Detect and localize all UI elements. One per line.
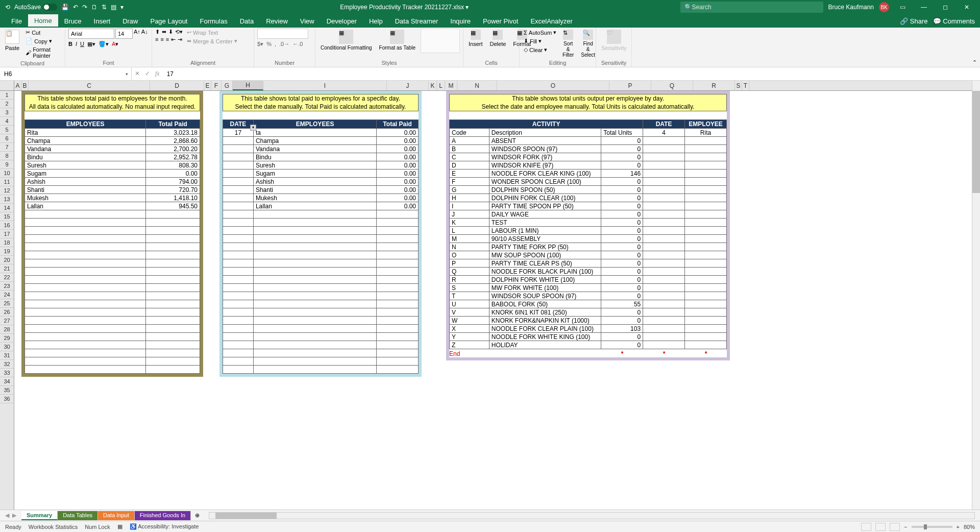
table-cell[interactable]: HOLIDAY: [489, 341, 601, 349]
table-cell[interactable]: [377, 357, 419, 366]
table-cell[interactable]: NOODLE FORK WHITE KING (100): [489, 333, 601, 341]
table-cell[interactable]: [223, 366, 254, 374]
table-cell[interactable]: 0: [601, 202, 643, 210]
table-cell[interactable]: [684, 341, 726, 349]
table-cell[interactable]: [377, 227, 419, 235]
table-cell[interactable]: [684, 227, 726, 235]
table-cell[interactable]: [684, 186, 726, 194]
fill-color-button[interactable]: 🪣▾: [99, 41, 109, 47]
filter-icon[interactable]: ▤: [111, 4, 116, 11]
sheet-tab-data-input[interactable]: Data Input: [98, 511, 135, 520]
table-cell[interactable]: Lallan: [25, 202, 146, 210]
table-cell[interactable]: [643, 292, 685, 300]
row-header[interactable]: 30: [0, 343, 14, 351]
ribbon-tab-page-layout[interactable]: Page Layout: [144, 14, 193, 28]
table-cell[interactable]: [146, 210, 200, 219]
new-file-icon[interactable]: 🗋: [91, 4, 97, 11]
table-cell[interactable]: [684, 276, 726, 284]
table2-date-cell[interactable]: 17: [223, 129, 254, 137]
percent-icon[interactable]: %: [266, 41, 272, 47]
table-cell[interactable]: 2,868.60: [146, 137, 200, 145]
ribbon-tab-formulas[interactable]: Formulas: [193, 14, 233, 28]
col-header[interactable]: H: [233, 81, 263, 90]
row-header[interactable]: 10: [0, 169, 14, 178]
table-cell[interactable]: [643, 170, 685, 178]
table-cell[interactable]: 2,700.20: [146, 145, 200, 153]
table-cell[interactable]: [25, 219, 146, 227]
cells-delete-button[interactable]: ▦Delete: [488, 29, 508, 48]
table-cell[interactable]: [146, 341, 200, 349]
table-cell[interactable]: [223, 276, 254, 284]
table-cell[interactable]: [146, 333, 200, 341]
row-header[interactable]: 4: [0, 117, 14, 126]
table-cell[interactable]: [377, 341, 419, 349]
table-cell[interactable]: [643, 161, 685, 170]
row-header[interactable]: 5: [0, 126, 14, 134]
sensitivity-button[interactable]: 🛡Sensitivity: [599, 29, 629, 52]
table-cell[interactable]: [223, 292, 254, 300]
grid-body[interactable]: ABCDEFGHIJKLMNOPQRST This table shows to…: [14, 81, 972, 510]
table-cell[interactable]: [643, 276, 685, 284]
orientation-icon[interactable]: ⟲▾: [175, 29, 183, 35]
table-cell[interactable]: [253, 219, 376, 227]
ribbon-tab-excelanalyzer[interactable]: ExcelAnalyzer: [524, 14, 578, 28]
table-cell[interactable]: WINDSOR FORK (97): [489, 153, 601, 161]
table-cell[interactable]: NOODLE FORK BLACK PLAIN (100): [489, 268, 601, 276]
table-cell[interactable]: [146, 276, 200, 284]
table-cell[interactable]: 0: [601, 227, 643, 235]
italic-button[interactable]: I: [76, 41, 77, 47]
table-cell[interactable]: W: [450, 317, 489, 325]
table-cell[interactable]: [684, 219, 726, 227]
table-cell[interactable]: [223, 153, 254, 161]
table-cell[interactable]: [25, 300, 146, 308]
table-cell[interactable]: [643, 186, 685, 194]
align-bottom-icon[interactable]: ⬇: [168, 29, 173, 35]
table-cell[interactable]: [684, 251, 726, 259]
table-cell[interactable]: [146, 243, 200, 251]
row-header[interactable]: 8: [0, 152, 14, 160]
table-cell[interactable]: [25, 210, 146, 219]
row-header[interactable]: 27: [0, 317, 14, 325]
table-cell[interactable]: M: [450, 235, 489, 243]
table-cell[interactable]: [643, 251, 685, 259]
table-cell[interactable]: PARTY TIME SPOON PP (50): [489, 202, 601, 210]
format-as-table-button[interactable]: ▦Format as Table: [377, 29, 418, 52]
table-cell[interactable]: [223, 194, 254, 202]
table-cell[interactable]: [223, 227, 254, 235]
col-header[interactable]: T: [742, 81, 749, 90]
row-header[interactable]: 29: [0, 334, 14, 343]
table-cell[interactable]: [253, 341, 376, 349]
ribbon-tab-insert[interactable]: Insert: [88, 14, 117, 28]
font-name-selector[interactable]: Arial: [68, 29, 114, 39]
table-cell[interactable]: [684, 308, 726, 317]
table-cell[interactable]: [253, 276, 376, 284]
vertical-scrollbar[interactable]: [972, 81, 980, 510]
row-header[interactable]: 33: [0, 369, 14, 377]
table-cell[interactable]: [377, 210, 419, 219]
table3-date-value[interactable]: 4: [643, 129, 685, 137]
maximize-button[interactable]: ◻: [937, 0, 953, 14]
bold-button[interactable]: B: [68, 41, 72, 47]
row-header[interactable]: 24: [0, 291, 14, 299]
table-cell[interactable]: WONDER SPOON CLEAR (100): [489, 178, 601, 186]
table-cell[interactable]: H: [450, 194, 489, 202]
table-cell[interactable]: [377, 333, 419, 341]
table-cell[interactable]: [377, 268, 419, 276]
table-cell[interactable]: 0.00: [377, 186, 419, 194]
table-cell[interactable]: N: [450, 243, 489, 251]
table-cell[interactable]: [684, 235, 726, 243]
table-cell[interactable]: Sugam: [25, 170, 146, 178]
table-cell[interactable]: [253, 227, 376, 235]
save-icon[interactable]: 💾: [61, 4, 69, 11]
zoom-slider[interactable]: [912, 526, 952, 528]
col-header[interactable]: L: [437, 81, 445, 90]
table-cell[interactable]: 1,418.10: [146, 194, 200, 202]
col-header[interactable]: E: [204, 81, 211, 90]
col-header[interactable]: D: [150, 81, 204, 90]
table-cell[interactable]: Rita: [25, 129, 146, 137]
row-header[interactable]: 35: [0, 386, 14, 395]
table-cell[interactable]: [223, 357, 254, 366]
table-cell[interactable]: PARTY TIME CLEAR PS (50): [489, 259, 601, 268]
table-cell[interactable]: PARTY TIME FORK PP (50): [489, 243, 601, 251]
table-cell[interactable]: I: [450, 202, 489, 210]
